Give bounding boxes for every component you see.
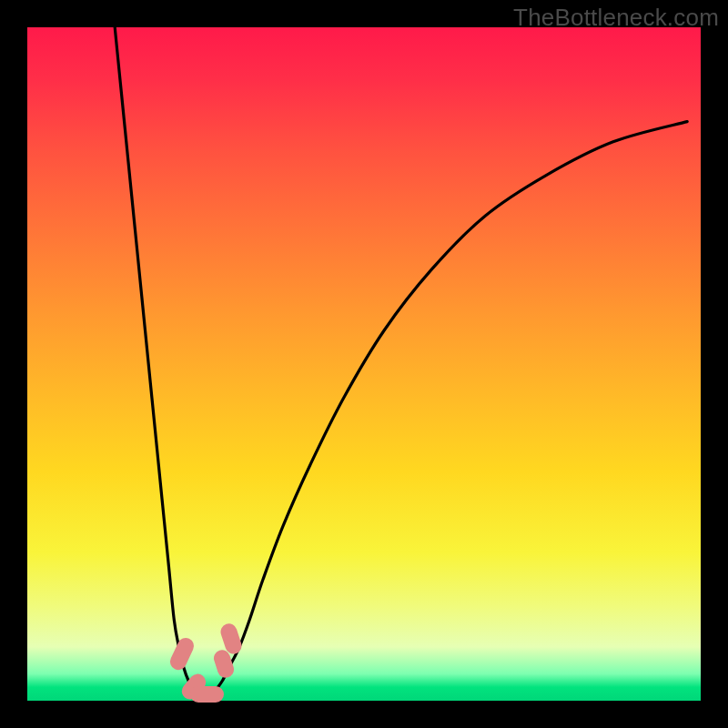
curve-right xyxy=(216,122,687,691)
plot-area xyxy=(27,27,701,701)
watermark-text: TheBottleneck.com xyxy=(513,4,719,32)
curve-left xyxy=(115,27,194,690)
curves-svg xyxy=(27,27,701,701)
marker-center xyxy=(190,686,224,703)
chart-frame: TheBottleneck.com xyxy=(0,0,728,728)
